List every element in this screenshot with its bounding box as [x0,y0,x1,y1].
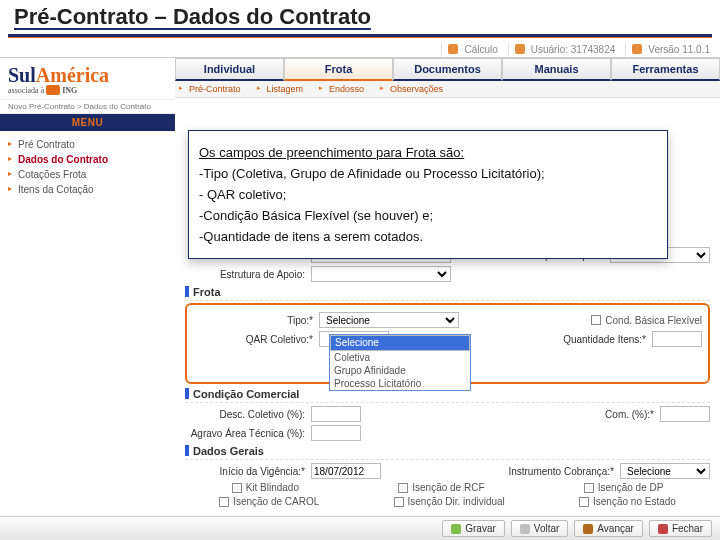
input-agravo[interactable] [311,425,361,441]
overlay-line-2: -Tipo (Coletiva, Grupo de Afinidade ou P… [199,166,657,181]
close-icon [658,524,668,534]
label-qar: QAR Coletivo:* [193,334,313,345]
input-inicio-vigencia[interactable] [311,463,381,479]
chk-isencao-rcf[interactable]: Isenção de RCF [398,482,484,493]
frota-highlight-box: Tipo:* Selecione Cond. Básica Flexível S… [185,303,710,384]
sidebar-item-pre-contrato[interactable]: Pré Contrato [8,137,167,152]
label-desc-coletivo: Desc. Coletivo (%): [185,409,305,420]
slide-title: Pré-Contrato – Dados do Contrato [0,0,720,32]
subtab-pre-contrato[interactable]: Pré-Contrato [175,81,253,97]
menu-header: MENU [0,114,175,131]
save-icon [451,524,461,534]
label-instrumento-cobranca: Instrumento Cobrança:* [494,466,614,477]
label-qtd-itens: Quantidade Itens:* [526,334,646,345]
footer-bar: Gravar Voltar Avançar Fechar [0,516,720,540]
voltar-button[interactable]: Voltar [511,520,569,537]
tipo-option-selecione[interactable]: Selecione [330,335,470,351]
input-qtd-itens[interactable] [652,331,702,347]
tab-manuais[interactable]: Manuais [502,58,611,81]
subtab-observacoes[interactable]: Observações [376,81,455,97]
chk-isencao-carol[interactable]: Isenção de CAROL [219,496,319,507]
tipo-option-grupo-afinidade[interactable]: Grupo Afinidade [330,364,470,377]
forward-icon [583,524,593,534]
chk-cond-basica-flex[interactable]: Cond. Básica Flexível [591,315,702,326]
sub-tabs: Pré-Contrato Listagem Endosso Observaçõe… [175,81,720,98]
subtab-listagem[interactable]: Listagem [253,81,316,97]
tab-documentos[interactable]: Documentos [393,58,502,81]
tab-individual[interactable]: Individual [175,58,284,81]
section-dados-gerais: Dados Gerais [185,445,710,457]
logo: SulAmérica associada à ING [0,58,175,99]
input-desc-coletivo[interactable] [311,406,361,422]
topbar-versao: Versão 11.0.1 [625,42,720,57]
avancar-button[interactable]: Avançar [574,520,643,537]
tipo-option-coletiva[interactable]: Coletiva [330,351,470,364]
title-rule [8,34,712,38]
topbar-calculo[interactable]: Cálculo [441,42,507,57]
input-com-pct[interactable] [660,406,710,422]
dropdown-tipo-open[interactable]: Selecione Coletiva Grupo Afinidade Proce… [329,334,471,391]
back-icon [520,524,530,534]
sidebar-item-itens-cotacao[interactable]: Itens da Cotação [8,182,167,197]
topbar-usuario: Usuário: 31743824 [508,42,626,57]
select-tipo[interactable]: Selecione [319,312,459,328]
label-tipo: Tipo:* [193,315,313,326]
tab-ferramentas[interactable]: Ferramentas [611,58,720,81]
top-bar: Cálculo Usuário: 31743824 Versão 11.0.1 [0,42,720,58]
gravar-button[interactable]: Gravar [442,520,505,537]
overlay-line-4: -Condição Básica Flexível (se houver) e; [199,208,657,223]
chk-isencao-dir-individual[interactable]: Isenção Dir. individual [394,496,505,507]
overlay-line-1: Os campos de preenchimento para Frota sã… [199,145,657,160]
overlay-line-3: - QAR coletivo; [199,187,657,202]
subtab-endosso[interactable]: Endosso [315,81,376,97]
select-estrutura[interactable] [311,266,451,282]
main-tabs: Individual Frota Documentos Manuais Ferr… [175,58,720,81]
chk-isencao-estado[interactable]: Isenção no Estado [579,496,676,507]
tipo-option-processo-licitatorio[interactable]: Processo Licitatório [330,377,470,390]
fechar-button[interactable]: Fechar [649,520,712,537]
chk-isencao-dp[interactable]: Isenção de DP [584,482,664,493]
sidebar-item-cotacoes-frota[interactable]: Cotações Frota [8,167,167,182]
tab-frota[interactable]: Frota [284,58,393,81]
chk-kit-blindado[interactable]: Kit Blindado [232,482,299,493]
label-com-pct: Com. (%):* [534,409,654,420]
sidebar-item-dados-contrato[interactable]: Dados do Contrato [8,152,167,167]
section-frota: Frota [185,286,710,298]
instruction-overlay: Os campos de preenchimento para Frota sã… [188,130,668,259]
label-inicio-vigencia: Início da Vigência:* [185,466,305,477]
label-estrutura: Estrutura de Apoio: [185,269,305,280]
select-instrumento-cobranca[interactable]: Selecione [620,463,710,479]
overlay-line-5: -Quantidade de itens a serem cotados. [199,229,657,244]
sidebar-menu: Pré Contrato Dados do Contrato Cotações … [0,131,175,203]
ing-icon [46,85,60,95]
label-agravo: Agravo Área Técnica (%): [185,428,305,439]
breadcrumb: Novo Pré-Contrato > Dados do Contrato [0,99,175,114]
